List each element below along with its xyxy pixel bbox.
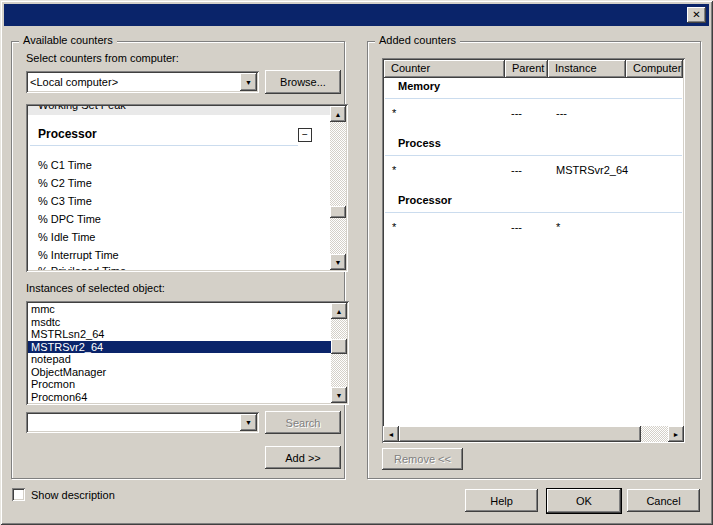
close-button[interactable]: ✕ <box>687 7 706 23</box>
counters-list-scrollbar[interactable]: ▲ ▼ <box>330 106 346 270</box>
counter-item-clipped-top[interactable]: Working Set Peak <box>28 106 330 115</box>
added-group-processor: Processor * --- * <box>384 194 683 249</box>
group-underline <box>385 155 682 156</box>
instance-item[interactable]: msdtc <box>28 316 331 329</box>
counter-item[interactable]: % C1 Time <box>28 156 330 174</box>
cell-parent: --- <box>511 105 522 121</box>
titlebar[interactable]: ✕ <box>4 4 709 26</box>
added-group-name: Memory <box>398 80 440 92</box>
added-counters-group: Added counters Counter Parent Instance C… <box>367 41 701 479</box>
search-button-label: Search <box>286 417 321 429</box>
cell-parent: --- <box>511 162 522 178</box>
search-combobox-dropdown-button[interactable]: ▼ <box>240 414 257 431</box>
chevron-down-icon: ▼ <box>245 79 252 86</box>
ok-button[interactable]: OK <box>546 488 622 514</box>
added-counter-row[interactable]: * --- * <box>384 219 683 235</box>
show-description-label: Show description <box>31 489 115 501</box>
added-counters-hscrollbar[interactable]: ◄ ► <box>383 426 684 442</box>
group-separator <box>30 145 298 146</box>
counter-item[interactable]: % DPC Time <box>28 210 330 228</box>
remove-button[interactable]: Remove << <box>382 448 463 470</box>
instance-item[interactable]: notepad <box>28 353 331 366</box>
show-description-checkbox[interactable] <box>12 488 25 501</box>
scroll-up-arrow-icon[interactable]: ▲ <box>331 303 347 319</box>
browse-button[interactable]: Browse... <box>265 70 341 94</box>
group-underline <box>385 212 682 213</box>
computer-combobox-dropdown-button[interactable]: ▼ <box>240 73 257 91</box>
close-icon: ✕ <box>692 10 700 20</box>
added-counter-row[interactable]: * --- MSTRSvr2_64 <box>384 162 683 178</box>
cancel-button-label: Cancel <box>646 495 680 507</box>
added-counters-table-body: Memory * --- --- Process * --- <box>384 78 683 425</box>
cancel-button[interactable]: Cancel <box>627 489 700 512</box>
cell-instance: * <box>556 219 560 235</box>
scroll-left-arrow-icon[interactable]: ◄ <box>383 426 399 442</box>
instances-scroll-thumb[interactable] <box>331 339 347 354</box>
added-counters-legend: Added counters <box>375 34 460 46</box>
cell-counter: * <box>392 162 396 178</box>
added-group-process: Process * --- MSTRSvr2_64 <box>384 137 683 192</box>
column-header-instance[interactable]: Instance <box>548 60 626 78</box>
cell-instance: --- <box>556 105 567 121</box>
available-counters-legend: Available counters <box>19 34 117 46</box>
column-header-parent[interactable]: Parent <box>505 60 548 78</box>
collapse-icon[interactable]: − <box>298 128 312 142</box>
scroll-right-arrow-icon[interactable]: ► <box>668 426 684 442</box>
search-combobox-value <box>30 416 237 430</box>
counters-list[interactable]: Working Set Peak Processor − % C1 Time %… <box>26 104 348 272</box>
cell-parent: --- <box>511 219 522 235</box>
instances-list-scrollbar[interactable]: ▲ ▼ <box>331 303 347 403</box>
remove-button-label: Remove << <box>394 453 451 465</box>
ok-button-label: OK <box>576 495 592 507</box>
column-header-counter[interactable]: Counter <box>384 60 505 78</box>
scroll-down-arrow-icon[interactable]: ▼ <box>331 387 347 403</box>
instance-item[interactable]: ObjectManager <box>28 366 331 379</box>
added-counter-row[interactable]: * --- --- <box>384 105 683 121</box>
instances-list[interactable]: mmc msdtc MSTRLsn2_64 MSTRSvr2_64 notepa… <box>26 301 349 405</box>
add-button-label: Add >> <box>285 452 320 464</box>
scroll-down-arrow-icon[interactable]: ▼ <box>330 254 346 270</box>
counter-item[interactable]: % Interrupt Time <box>28 246 330 264</box>
instances-list-viewport: mmc msdtc MSTRLsn2_64 MSTRSvr2_64 notepa… <box>28 303 331 403</box>
add-counters-dialog: ✕ Available counters Select counters fro… <box>0 0 713 525</box>
counters-scroll-thumb[interactable] <box>330 206 346 218</box>
added-group-memory: Memory * --- --- <box>384 80 683 135</box>
counter-item[interactable]: % C2 Time <box>28 174 330 192</box>
added-counters-table[interactable]: Counter Parent Instance Computer Memory … <box>382 58 685 443</box>
computer-combobox-value: <Local computer> <box>30 75 237 89</box>
instance-item[interactable]: mmc <box>28 303 331 316</box>
instance-item[interactable]: MSTRLsn2_64 <box>28 328 331 341</box>
computer-combobox[interactable]: <Local computer> ▼ <box>26 71 259 93</box>
search-combobox[interactable]: ▼ <box>26 412 259 433</box>
counters-list-viewport: Working Set Peak Processor − % C1 Time %… <box>28 106 330 270</box>
added-group-name: Process <box>398 137 441 149</box>
column-header-computer[interactable]: Computer <box>626 60 683 78</box>
select-computer-label: Select counters from computer: <box>26 52 179 64</box>
hscroll-thumb[interactable] <box>399 426 641 442</box>
group-underline <box>385 98 682 99</box>
counters-group-header-row[interactable]: Processor − <box>28 115 330 147</box>
browse-button-label: Browse... <box>280 76 326 88</box>
added-group-name: Processor <box>398 194 452 206</box>
available-counters-group: Available counters Select counters from … <box>11 41 345 479</box>
instance-item[interactable]: Procmon <box>28 378 331 391</box>
add-button[interactable]: Add >> <box>265 446 341 469</box>
instance-item[interactable]: Procmon64 <box>28 391 331 404</box>
search-button[interactable]: Search <box>265 411 341 434</box>
counter-item[interactable]: % Idle Time <box>28 228 330 246</box>
counter-item[interactable]: % C3 Time <box>28 192 330 210</box>
counters-group-header: Processor <box>38 127 97 141</box>
instances-label: Instances of selected object: <box>26 282 165 294</box>
cell-counter: * <box>392 219 396 235</box>
instance-item-selected[interactable]: MSTRSvr2_64 <box>28 341 331 354</box>
help-button[interactable]: Help <box>465 489 538 512</box>
chevron-down-icon: ▼ <box>245 419 252 426</box>
scroll-up-arrow-icon[interactable]: ▲ <box>330 106 346 122</box>
help-button-label: Help <box>490 495 513 507</box>
counter-item-clipped-bottom[interactable]: % Privileged Time <box>28 264 330 270</box>
added-counters-table-header: Counter Parent Instance Computer <box>384 60 683 78</box>
cell-counter: * <box>392 105 396 121</box>
cell-instance: MSTRSvr2_64 <box>556 162 628 178</box>
